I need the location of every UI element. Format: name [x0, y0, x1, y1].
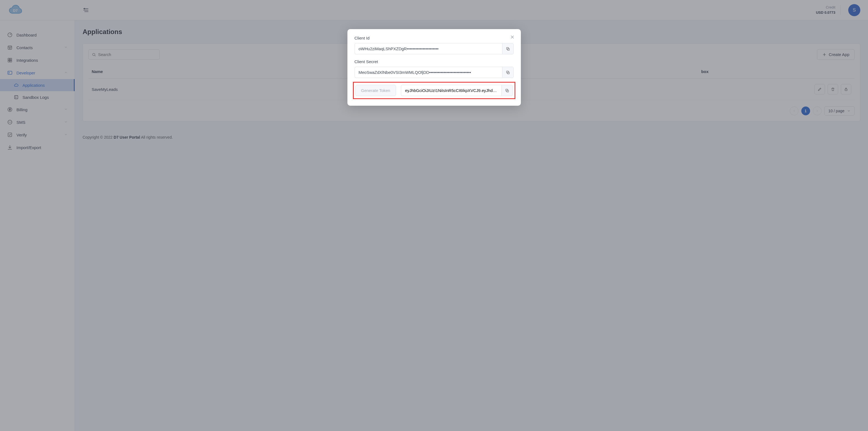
close-icon [510, 35, 515, 39]
client-id-input[interactable] [354, 43, 502, 54]
copy-icon [505, 88, 509, 93]
close-button[interactable] [509, 34, 515, 40]
client-id-label: Client Id [354, 36, 514, 40]
copy-token-button[interactable] [501, 85, 513, 96]
credentials-modal: Client Id Client Secret Generate Token [347, 29, 521, 106]
token-row-highlight: Generate Token [353, 82, 515, 99]
client-secret-input[interactable] [354, 67, 502, 78]
copy-icon [506, 70, 510, 75]
copy-client-id-button[interactable] [502, 43, 514, 54]
copy-icon [506, 47, 510, 51]
copy-client-secret-button[interactable] [502, 67, 514, 78]
token-input[interactable] [401, 85, 501, 96]
generate-token-button[interactable]: Generate Token [355, 85, 396, 96]
client-secret-label: Client Secret [354, 59, 514, 64]
